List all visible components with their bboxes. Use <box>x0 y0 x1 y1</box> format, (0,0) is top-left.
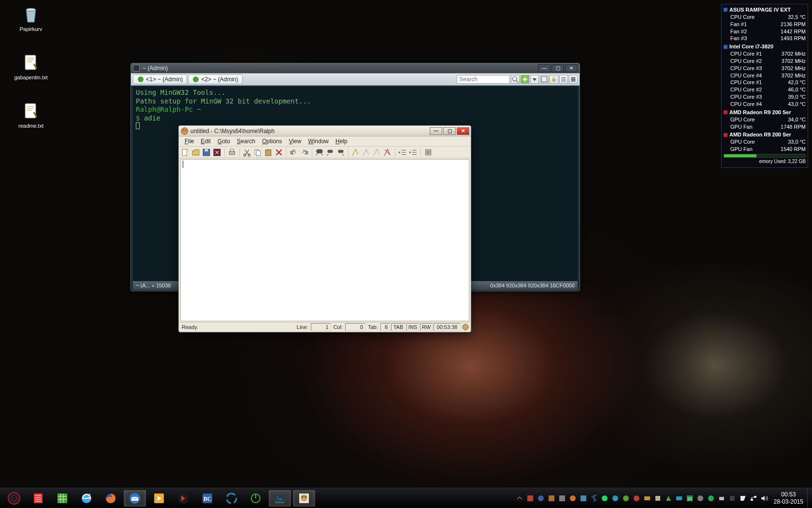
terminal-tab-2[interactable]: <2> ~ (Admin) <box>188 75 242 84</box>
taskbar-app-bc[interactable]: BC <box>196 490 218 507</box>
taskbar-app-firefox[interactable] <box>100 490 122 507</box>
tray-chevron-up-icon[interactable] <box>516 494 523 502</box>
find-icon[interactable] <box>315 148 324 157</box>
menu-view[interactable]: View <box>286 137 304 146</box>
close-button[interactable]: ✕ <box>457 127 469 135</box>
show-desktop-button[interactable] <box>807 488 812 508</box>
adie-titlebar[interactable]: untitled - C:\Msys64\home\Ralph — ▢ ✕ <box>179 126 471 136</box>
tray-volume-icon[interactable] <box>760 494 768 502</box>
taskbar-app-terminal[interactable] <box>269 490 291 507</box>
tray-action-center-icon[interactable] <box>739 494 747 502</box>
tray-bluetooth-icon[interactable] <box>590 494 598 502</box>
menu-help[interactable]: Help <box>333 137 350 146</box>
taskbar-app-ie[interactable] <box>75 490 98 507</box>
menu-goto[interactable]: Goto <box>215 137 233 146</box>
tray-app-icon[interactable] <box>611 494 619 502</box>
desktop-icon-gabapentin[interactable]: gabapentin.txt <box>11 53 51 80</box>
new-tab-button[interactable] <box>521 75 529 84</box>
redo-icon[interactable] <box>300 148 309 157</box>
status-mode-rw[interactable]: RW <box>420 323 433 331</box>
status-clock: 00:53:38 <box>434 323 461 331</box>
terminal-search-input[interactable] <box>457 75 510 84</box>
taskbar-app-mail[interactable] <box>124 490 146 507</box>
tray-app-icon[interactable] <box>707 494 715 502</box>
new-file-icon[interactable] <box>181 148 189 157</box>
delete-icon[interactable] <box>275 148 283 157</box>
status-mode-tab[interactable]: TAB <box>391 323 406 331</box>
menu-options[interactable]: Options <box>259 137 285 146</box>
minimize-button[interactable]: — <box>538 64 551 72</box>
bookmark-clear-icon[interactable] <box>383 148 392 157</box>
outdent-icon[interactable] <box>398 148 407 157</box>
open-file-icon[interactable] <box>191 148 200 157</box>
close-file-icon[interactable] <box>213 148 221 157</box>
taskbar-app-media[interactable] <box>148 490 170 507</box>
close-button[interactable]: ✕ <box>565 64 578 72</box>
menu-search[interactable]: Search <box>234 137 258 146</box>
menu-edit[interactable]: Edit <box>198 137 214 146</box>
start-button[interactable] <box>3 490 25 507</box>
lock-icon[interactable] <box>550 75 558 84</box>
svg-rect-70 <box>751 499 753 501</box>
tray-app-icon[interactable] <box>580 494 587 502</box>
bookmark-set-icon[interactable] <box>351 148 360 157</box>
desktop-icon-readme[interactable]: readme.txt <box>11 102 51 129</box>
taskbar-app-power[interactable] <box>245 490 267 507</box>
cut-icon[interactable] <box>243 148 251 157</box>
tray-app-icon[interactable]: 20 <box>686 494 694 502</box>
status-mode-ins[interactable]: INS <box>406 323 419 331</box>
copy-icon[interactable] <box>253 148 262 157</box>
bookmark-next-icon[interactable] <box>373 148 381 157</box>
undo-icon[interactable] <box>290 148 298 157</box>
tray-app-icon[interactable] <box>548 494 555 502</box>
tray-network-icon[interactable] <box>750 494 757 502</box>
tray-app-icon[interactable] <box>622 494 630 502</box>
find-prev-icon[interactable] <box>326 148 334 157</box>
dropdown-button[interactable] <box>530 75 539 84</box>
tab-icon <box>137 76 144 83</box>
tray-app-icon[interactable] <box>654 494 662 502</box>
svg-point-13 <box>186 149 188 151</box>
taskbar-app-adie[interactable] <box>293 490 315 507</box>
svg-rect-24 <box>267 149 270 150</box>
tray-app-icon[interactable] <box>696 494 704 502</box>
save-file-icon[interactable] <box>202 148 211 157</box>
list-icon[interactable] <box>559 75 568 84</box>
taskbar-clock[interactable]: 00:53 28-03-2015 <box>771 491 807 505</box>
print-icon[interactable] <box>228 148 236 157</box>
tray-app-icon[interactable] <box>633 494 640 502</box>
tray-app-icon[interactable] <box>718 494 725 502</box>
taskbar-app-notes[interactable] <box>27 490 49 507</box>
maximize-button[interactable]: ▢ <box>551 64 564 72</box>
view-mode-button[interactable] <box>540 75 549 84</box>
menu-icon[interactable] <box>569 75 578 84</box>
menu-window[interactable]: Window <box>305 137 332 146</box>
taskbar-app-clock[interactable] <box>220 490 243 507</box>
tray-app-icon[interactable] <box>537 494 545 502</box>
tray-app-icon[interactable] <box>601 494 609 502</box>
tray-app-icon[interactable] <box>569 494 577 502</box>
tray-app-icon[interactable] <box>558 494 566 502</box>
search-go-icon[interactable] <box>511 75 520 84</box>
settings-icon[interactable] <box>424 148 433 157</box>
tray-app-icon[interactable] <box>643 494 651 502</box>
indent-icon[interactable] <box>409 148 418 157</box>
minimize-button[interactable]: — <box>430 127 442 135</box>
bookmark-prev-icon[interactable] <box>362 148 371 157</box>
menu-file[interactable]: File <box>182 137 197 146</box>
tray-app-icon[interactable] <box>665 494 672 502</box>
taskbar-app-spreadsheet[interactable] <box>51 490 73 507</box>
find-next-icon[interactable] <box>336 148 345 157</box>
terminal-tab-1[interactable]: <1> ~ (Admin) <box>133 75 187 84</box>
tray-app-icon[interactable] <box>728 494 736 502</box>
paste-icon[interactable] <box>264 148 273 157</box>
tray-app-icon[interactable] <box>675 494 683 502</box>
tray-app-icon[interactable] <box>526 494 534 502</box>
maximize-button[interactable]: ▢ <box>443 127 456 135</box>
desktop-icon-recycle-bin[interactable]: Papirkurv <box>11 5 51 32</box>
terminal-titlebar[interactable]: ~ (Admin) — ▢ ✕ <box>131 63 580 73</box>
hwmon-row: CPU Core #246,0 °C <box>724 86 806 93</box>
system-menu-icon[interactable] <box>133 65 140 72</box>
adie-editor-area[interactable] <box>180 159 469 321</box>
taskbar-app-gamebooster[interactable] <box>172 490 194 507</box>
